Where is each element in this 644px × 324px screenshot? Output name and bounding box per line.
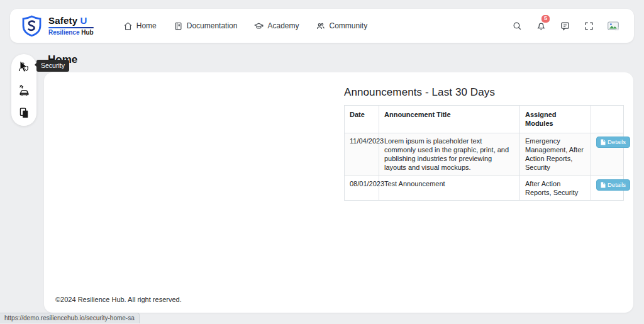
search-button[interactable] bbox=[512, 21, 523, 31]
notification-badge: 5 bbox=[541, 15, 550, 23]
brand-divider bbox=[48, 27, 94, 28]
details-button[interactable]: Details bbox=[596, 179, 630, 191]
home-icon bbox=[123, 21, 133, 31]
user-avatar[interactable] bbox=[608, 21, 619, 31]
column-header-actions bbox=[591, 106, 624, 133]
documents-copy-icon bbox=[18, 107, 30, 119]
announcements-title: Announcements - Last 30 Days bbox=[344, 86, 623, 99]
nav-item-label: Community bbox=[329, 21, 367, 30]
nav-item-label: Academy bbox=[267, 21, 299, 30]
chat-icon bbox=[560, 21, 570, 31]
main-content-card: Announcements - Last 30 Days Date Announ… bbox=[44, 72, 633, 313]
copyright-text: ©2024 Resilience Hub. All right reserved… bbox=[55, 296, 182, 303]
table-row: 11/04/2023 Lorem ipsum is placeholder te… bbox=[345, 133, 624, 176]
column-header-date: Date bbox=[345, 106, 379, 133]
file-icon bbox=[601, 182, 606, 188]
top-navigation-bar: Safety U Resilience Hub Home Documentati… bbox=[10, 9, 634, 43]
nav-item-documentation[interactable]: Documentation bbox=[174, 21, 238, 31]
main-nav: Home Documentation Academy Community bbox=[123, 21, 367, 31]
header-actions: 5 bbox=[512, 21, 619, 31]
nav-item-home[interactable]: Home bbox=[123, 21, 157, 31]
brand-subtitle: Resilience Hub bbox=[48, 30, 94, 36]
nav-item-label: Documentation bbox=[187, 21, 238, 30]
community-icon bbox=[316, 21, 325, 31]
tooltip-security: Security bbox=[36, 60, 69, 72]
column-header-modules: Assigned Modules bbox=[520, 106, 591, 133]
cell-modules: Emergency Management, After Action Repor… bbox=[520, 133, 591, 176]
details-button[interactable]: Details bbox=[596, 137, 630, 148]
broken-image-icon bbox=[608, 21, 619, 31]
cell-date: 08/01/2023 bbox=[345, 176, 379, 201]
fullscreen-button[interactable] bbox=[584, 21, 594, 31]
cell-action: Details bbox=[591, 176, 624, 201]
table-header-row: Date Announcement Title Assigned Modules bbox=[345, 106, 624, 133]
academy-icon bbox=[254, 21, 264, 31]
fullscreen-icon bbox=[584, 21, 594, 31]
nav-item-academy[interactable]: Academy bbox=[254, 21, 299, 31]
table-row: 08/01/2023 Test Announcement After Actio… bbox=[345, 176, 624, 201]
details-button-label: Details bbox=[608, 182, 626, 188]
brand-logo[interactable]: Safety U Resilience Hub bbox=[20, 14, 94, 38]
announcements-table: Date Announcement Title Assigned Modules… bbox=[344, 105, 624, 201]
status-bar-url: https://demo.resiliencehub.io/security-h… bbox=[0, 313, 140, 323]
brand-name: Safety U bbox=[48, 16, 94, 26]
cell-date: 11/04/2023 bbox=[345, 133, 379, 176]
announcements-section: Announcements - Last 30 Days Date Announ… bbox=[344, 86, 623, 201]
details-button-label: Details bbox=[608, 139, 626, 145]
sidebar-item-documents[interactable] bbox=[18, 107, 30, 119]
documentation-icon bbox=[174, 21, 183, 31]
cell-title: Test Announcement bbox=[379, 176, 520, 201]
nav-item-label: Home bbox=[136, 21, 157, 30]
mouse-cursor bbox=[19, 60, 28, 73]
car-crash-icon bbox=[18, 84, 30, 96]
cell-modules: After Action Reports, Security bbox=[520, 176, 591, 201]
search-icon bbox=[512, 21, 523, 31]
column-header-title: Announcement Title bbox=[379, 106, 520, 133]
cell-title: Lorem ipsum is placeholder text commonly… bbox=[379, 133, 520, 176]
file-icon bbox=[601, 139, 606, 145]
sidebar-item-vehicle-accidents[interactable] bbox=[18, 84, 30, 96]
brand-shield-icon bbox=[20, 14, 43, 38]
nav-item-community[interactable]: Community bbox=[316, 21, 367, 31]
notifications-button[interactable]: 5 bbox=[536, 21, 547, 31]
cell-action: Details bbox=[591, 133, 624, 176]
messages-button[interactable] bbox=[560, 21, 570, 31]
